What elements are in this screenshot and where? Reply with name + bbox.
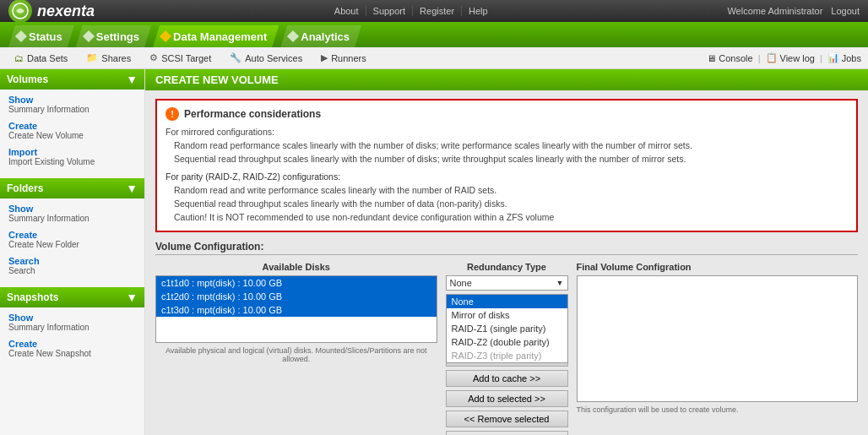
tab-label-status: Status [29, 30, 62, 43]
content-area: CREATE NEW VOLUME ! Performance consider… [145, 69, 868, 435]
sidebar-sublabel-snapshots-create: Create New Snapshot [8, 349, 136, 358]
tab-label-dm: Data Management [173, 30, 267, 43]
redundancy-dropdown-arrow-icon: ▼ [556, 279, 564, 287]
sidebar-snapshots-create: Create Create New Snapshot [8, 339, 136, 358]
sidebar-sublabel-volumes-import: Import Existing Volume [8, 157, 136, 166]
sidebar-volumes-content: Show Summary Information Create Create N… [0, 90, 144, 178]
console-link[interactable]: 🖥 Console [707, 53, 752, 63]
sidebar-section-folders[interactable]: Folders ▼ [0, 178, 144, 198]
topbar-nav: About Support Register Help [328, 6, 495, 16]
sidebar-section-folders-label: Folders [7, 182, 43, 194]
avail-disks-footer: Available physical and logical (virtual)… [155, 346, 437, 363]
dropdown-item-raidz3: RAID-Z3 (triple parity) [447, 349, 567, 362]
sidebar-sublabel-volumes-show: Summary Information [8, 105, 136, 114]
sidebar-snapshots-show: Show Summary Information [8, 313, 136, 332]
tab-analytics[interactable]: Analytics [280, 25, 361, 47]
sidebar-link-volumes-import[interactable]: Import [8, 147, 136, 157]
final-vol-box [577, 275, 859, 402]
sidebar-sublabel-folders-create: Create New Folder [8, 240, 136, 249]
redundancy-selected[interactable]: None ▼ [446, 275, 568, 291]
dropdown-item-raidz2[interactable]: RAID-Z2 (double parity) [447, 335, 567, 349]
autoservices-icon: 🔧 [230, 52, 241, 63]
viewlog-icon: 📋 [766, 52, 778, 63]
tab-settings[interactable]: Settings [76, 25, 151, 47]
tab-diamond-analytics [287, 30, 299, 42]
main-nav: Status Settings Data Management Analytic… [0, 22, 868, 47]
perf-parity-title: For parity (RAID-Z, RAID-Z2) configurati… [165, 171, 848, 184]
redundancy-dropdown: None Mirror of disks RAID-Z1 (single par… [446, 294, 568, 363]
disk-item-0[interactable]: c1t1d0 : mpt(disk) : 10.00 GB [156, 276, 437, 290]
sidebar-folders-show: Show Summary Information [8, 204, 136, 223]
runners-icon: ▶ [321, 52, 328, 63]
add-to-cache-button[interactable]: Add to cache >> [446, 370, 568, 387]
remove-selected-button[interactable]: << Remove selected [446, 411, 568, 427]
sidebar: Volumes ▼ Show Summary Information Creat… [0, 69, 145, 435]
perf-parity-line3: Caution! It is NOT recommended to use no… [165, 211, 848, 225]
sidebar-link-folders-search[interactable]: Search [8, 256, 136, 266]
viewlog-link[interactable]: 📋 View log [766, 52, 815, 63]
sidebar-section-snapshots[interactable]: Snapshots ▼ [0, 287, 144, 307]
sidebar-folders-search: Search Search [8, 256, 136, 275]
redundancy-panel: Redundancy Type None ▼ None Mirror of di… [446, 262, 568, 435]
sidebar-link-folders-create[interactable]: Create [8, 230, 136, 240]
sidebar-link-snapshots-show[interactable]: Show [8, 313, 136, 323]
available-disks-panel: Available Disks c1t1d0 : mpt(disk) : 10.… [155, 262, 437, 435]
final-volume-panel: Final Volume Configration This configura… [577, 262, 859, 435]
subnav-scsi-label: SCSI Target [161, 53, 211, 63]
sidebar-sublabel-folders-search: Search [8, 266, 136, 275]
available-disks-title: Available Disks [155, 262, 437, 272]
disk-item-2[interactable]: c1t3d0 : mpt(disk) : 10.00 GB [156, 303, 437, 317]
snapshots-arrow-icon: ▼ [126, 291, 138, 304]
redundancy-select-wrapper: None ▼ None Mirror of disks RAID-Z1 (sin… [446, 275, 568, 291]
sidebar-volumes-create: Create Create New Volume [8, 121, 136, 140]
dropdown-item-none[interactable]: None [447, 295, 567, 308]
final-vol-footer: This configuration will be used to creat… [577, 405, 859, 414]
viewlog-label: View log [780, 53, 815, 63]
subnav-shares-label: Shares [101, 53, 131, 63]
subnav-shares[interactable]: 📁 Shares [79, 49, 138, 67]
dropdown-item-mirror[interactable]: Mirror of disks [447, 308, 567, 322]
performance-box: ! Performance considerations For mirrore… [155, 99, 858, 232]
main-layout: Volumes ▼ Show Summary Information Creat… [0, 69, 868, 435]
subnav-autoservices[interactable]: 🔧 Auto Services [222, 49, 310, 67]
subnav-datasets[interactable]: 🗂 Data Sets [7, 50, 75, 67]
nav-help[interactable]: Help [462, 6, 495, 16]
sidebar-snapshots-content: Show Summary Information Create Create N… [0, 307, 144, 370]
remove-all-button[interactable]: << Remove all [446, 431, 568, 435]
volumes-arrow-icon: ▼ [126, 73, 138, 86]
add-to-selected-button[interactable]: Add to selected >> [446, 390, 568, 407]
sidebar-link-volumes-create[interactable]: Create [8, 121, 136, 131]
nav-register[interactable]: Register [413, 6, 462, 16]
sidebar-volumes-import: Import Import Existing Volume [8, 147, 136, 166]
tab-label-settings: Settings [96, 30, 139, 43]
tab-data-management[interactable]: Data Management [153, 25, 279, 47]
subnav-scsi[interactable]: ⚙ SCSI Target [142, 49, 219, 67]
sidebar-link-folders-show[interactable]: Show [8, 204, 136, 214]
perf-mirrored-line1: Random read performance scales linearly … [165, 139, 848, 153]
nav-support[interactable]: Support [366, 6, 414, 16]
console-label: Console [719, 53, 752, 63]
redundancy-title: Redundancy Type [446, 262, 568, 272]
subnav-runners[interactable]: ▶ Runners [313, 49, 374, 67]
jobs-link[interactable]: 📊 Jobs [827, 52, 861, 63]
jobs-label: Jobs [842, 53, 861, 63]
vol-config-title: Volume Configuration: [155, 241, 858, 255]
logout-link[interactable]: Logout [831, 6, 860, 16]
sidebar-link-snapshots-create[interactable]: Create [8, 339, 136, 349]
sidebar-volumes-show: Show Summary Information [8, 95, 136, 114]
welcome-text: Welcome Administrator [727, 6, 822, 16]
dataset-icon: 🗂 [14, 53, 24, 63]
sidebar-link-volumes-show[interactable]: Show [8, 95, 136, 105]
logo-icon [8, 0, 32, 23]
sidebar-section-volumes[interactable]: Volumes ▼ [0, 69, 144, 90]
tab-status[interactable]: Status [8, 25, 74, 47]
tab-diamond-dm [160, 30, 171, 42]
disk-item-1[interactable]: c1t2d0 : mpt(disk) : 10.00 GB [156, 290, 437, 303]
nav-about[interactable]: About [328, 6, 366, 16]
subnav-datasets-label: Data Sets [27, 53, 68, 63]
subnav-right: 🖥 Console | 📋 View log | 📊 Jobs [707, 52, 861, 63]
sidebar-sublabel-snapshots-show: Summary Information [8, 323, 136, 332]
dropdown-item-raidz1[interactable]: RAID-Z1 (single parity) [447, 322, 567, 335]
tab-label-analytics: Analytics [301, 30, 350, 43]
disks-list[interactable]: c1t1d0 : mpt(disk) : 10.00 GB c1t2d0 : m… [155, 275, 437, 343]
